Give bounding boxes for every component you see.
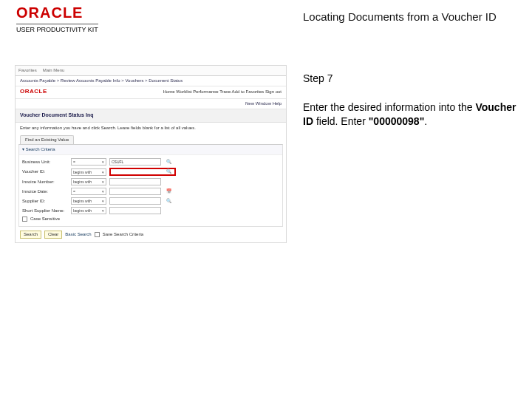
link-help[interactable]: Help	[273, 101, 282, 106]
app-logo: ORACLE	[20, 88, 47, 95]
link-new-window[interactable]: New Window	[245, 101, 271, 106]
search-form: Business Unit: = CSUFL 🔍 Voucher ID: beg…	[19, 155, 282, 226]
cal-invoice-date-icon[interactable]: 📅	[164, 189, 173, 194]
link-favorites[interactable]: Add to Favorites	[232, 89, 265, 94]
inp-short-supplier[interactable]	[109, 207, 161, 214]
app-help-links: New Window Help	[245, 101, 282, 106]
op-supplier-id[interactable]: begins with	[71, 197, 106, 205]
lookup-supplier-id-icon[interactable]: 🔍	[164, 199, 173, 204]
application-screenshot: Favorites Main Menu Accounts Payable > R…	[0, 52, 294, 399]
chk-save-search[interactable]	[95, 232, 100, 237]
lbl-invoice-date: Invoice Date:	[22, 189, 68, 194]
tab-favorites[interactable]: Favorites	[18, 68, 37, 73]
lookup-voucher-id-icon[interactable]: 🔍	[164, 169, 173, 174]
inp-supplier-id[interactable]	[109, 197, 161, 205]
txt-pre: Enter the desired information into the	[303, 101, 475, 113]
txt-end: .	[424, 115, 427, 127]
lbl-short-supplier: Short Supplier Name:	[22, 208, 68, 214]
btn-clear[interactable]: Clear	[44, 231, 62, 239]
inp-invoice-number[interactable]	[109, 178, 161, 185]
lbl-voucher-id: Voucher ID:	[22, 169, 68, 174]
link-worklist[interactable]: Worklist	[176, 89, 191, 94]
op-voucher-id[interactable]: begins with	[71, 168, 106, 176]
breadcrumb: Accounts Payable > Review Accounts Payab…	[20, 78, 183, 83]
app-page-header: Voucher Document Status Inq	[16, 109, 286, 122]
chk-case-sensitive[interactable]	[22, 216, 27, 222]
lbl-supplier-id: Supplier ID:	[22, 199, 68, 204]
instruction-text: Enter the desired information into the V…	[303, 100, 519, 129]
link-perf-trace[interactable]: Performance Trace	[193, 89, 231, 94]
app-instruction-note: Enter any information you have and click…	[16, 123, 286, 135]
lookup-business-unit-icon[interactable]: 🔍	[164, 160, 173, 165]
brand-logo: ORACLE USER PRODUCTIVITY KIT	[0, 0, 294, 52]
op-invoice-date[interactable]: =	[71, 188, 106, 195]
logo-subtext: USER PRODUCTIVITY KIT	[16, 24, 98, 33]
txt-post: field. Enter	[313, 115, 369, 127]
link-home[interactable]: Home	[163, 89, 175, 94]
instruction-panel: Step 7 Enter the desired information int…	[294, 52, 532, 399]
lbl-invoice-number: Invoice Number:	[22, 180, 68, 185]
link-signout[interactable]: Sign out	[265, 89, 282, 94]
btn-search[interactable]: Search	[20, 231, 41, 239]
page-title: Locating Documents from a Voucher ID	[294, 0, 532, 52]
op-invoice-number[interactable]: begins with	[71, 178, 106, 185]
lbl-case-sensitive: Case Sensitive	[30, 216, 60, 222]
app-top-links: Home Worklist Performance Trace Add to F…	[163, 89, 282, 95]
section-search-criteria[interactable]: ▾ Search Criteria	[19, 145, 282, 155]
inp-business-unit[interactable]: CSUFL	[109, 158, 161, 166]
tab-main-menu[interactable]: Main Menu	[43, 68, 65, 73]
inp-invoice-date[interactable]	[109, 188, 161, 195]
tab-find-existing[interactable]: Find an Existing Value	[20, 135, 74, 144]
link-basic-search[interactable]: Basic Search	[65, 232, 91, 237]
step-label: Step 7	[303, 72, 519, 84]
op-business-unit[interactable]: =	[71, 158, 106, 166]
logo-text: ORACLE	[16, 4, 294, 21]
lbl-save-search: Save Search Criteria	[103, 232, 143, 237]
app-global-tabs: Favorites Main Menu	[16, 66, 286, 76]
button-row: Search Clear Basic Search Save Search Cr…	[16, 227, 286, 242]
op-short-supplier[interactable]: begins with	[71, 207, 106, 214]
txt-value: "00000098"	[369, 115, 425, 127]
lbl-business-unit: Business Unit:	[22, 160, 68, 165]
